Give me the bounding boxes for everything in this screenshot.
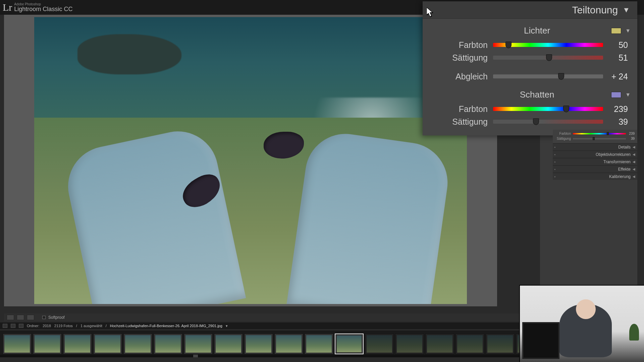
shadows-hue-slider[interactable] [493,107,603,111]
chevron-left-icon: ◀ [633,153,635,156]
shadows-sat-slider[interactable] [493,120,603,124]
filmstrip-thumbnail[interactable] [455,334,484,354]
mini-hue-label: Farbton [553,132,573,135]
chevron-left-icon: ◀ [633,167,635,171]
chevron-left-icon: ◀ [633,160,635,164]
current-filename: Hochzeit-Ludwigshafen-Full-Benkesser-26.… [110,324,222,328]
filmstrip-thumbnail[interactable] [93,334,122,354]
filmstrip-thumbnail[interactable] [123,334,152,354]
filmstrip-thumbnail[interactable] [305,334,333,354]
collapsed-panel-kalibrierung[interactable]: ▪Kalibrierung◀ [553,173,637,180]
shadows-header: Schatten ▼ [423,87,631,103]
chevron-left-icon: ◀ [633,145,635,149]
highlights-header: Lichter ▼ [423,23,631,39]
view-mode-button-2[interactable] [17,315,24,320]
balance-row: Abgleich + 24 [423,70,631,83]
secondary-display-icon[interactable] [11,324,15,328]
main-photo [34,17,467,304]
filmstrip-thumbnail[interactable] [63,334,92,354]
folder-year: 2018 [43,324,51,328]
selected-count: 1 ausgewählt [80,324,102,328]
filmstrip-thumbnail[interactable] [486,334,515,354]
grid-icon[interactable] [3,324,7,328]
photo-count: 2119 Fotos [54,324,73,328]
panel-header[interactable]: Teiltonung ▼ [423,1,637,19]
collapsed-panel-objektivkorrekturen[interactable]: ▪Objektivkorrekturen◀ [553,150,637,158]
filmstrip-thumbnail[interactable] [154,334,182,354]
highlights-sat-slider[interactable] [493,56,603,60]
filmstrip-thumbnail[interactable] [365,334,394,354]
collapsed-panel-label: Effekte [555,167,633,172]
panel-collapse-icon[interactable]: ▼ [623,6,630,14]
highlights-hue-slider[interactable] [493,43,603,47]
shadows-sat-label: Sättigung [423,117,493,127]
mini-sat-slider[interactable] [573,138,626,139]
balance-slider[interactable] [493,74,603,78]
panel-title: Teiltonung [572,4,618,16]
view-mode-button-3[interactable] [27,315,34,320]
view-mode-button-1[interactable] [7,315,14,320]
collapsed-panel-label: Details [555,145,633,149]
filmstrip-thumbnail[interactable] [395,334,424,354]
softproof-label: Softproof [48,315,65,320]
filmstrip-thumbnail[interactable] [184,334,213,354]
highlights-sat-label: Sättigung [423,53,493,63]
mini-hue-value[interactable]: 239 [626,132,635,135]
collapsed-panel-label: Kalibrierung [555,174,633,179]
highlights-sat-value[interactable]: 51 [603,53,631,63]
app-logo: Lr [3,2,12,13]
collapsed-panel-label: Transformieren [555,160,633,164]
webcam-overlay [519,285,644,362]
highlights-hue-label: Farbton [423,40,493,50]
mouse-cursor-icon [427,7,434,17]
mini-sat-label: Sättigung [553,137,573,140]
highlights-swatch[interactable] [611,28,621,34]
nav-icon[interactable] [19,324,23,328]
filmstrip-thumbnail[interactable] [335,334,364,354]
highlights-hue-row: Farbton 50 [423,39,631,51]
preview-toolbar: Softproof [4,313,537,321]
shadows-hue-row: Farbton 239 [423,103,631,115]
filmstrip-thumbnail[interactable] [33,334,62,354]
balance-value[interactable]: + 24 [603,72,631,81]
highlights-hue-value[interactable]: 50 [603,40,631,50]
highlights-dropdown-icon[interactable]: ▼ [625,28,631,34]
filmstrip-thumbnail[interactable] [3,334,32,354]
shadows-swatch[interactable] [611,92,621,98]
highlights-title: Lichter [423,25,611,36]
collapsed-panel-effekte[interactable]: ▪Effekte◀ [553,165,637,173]
shadows-hue-value[interactable]: 239 [603,104,631,114]
balance-label: Abgleich [423,72,493,81]
right-sidebar: Farbton 239 Sättigung 39 ▪Details◀▪Objek… [553,130,637,180]
collapsed-panel-label: Objektivkorrekturen [555,152,633,157]
filmstrip-thumbnail[interactable] [214,334,243,354]
shadows-title: Schatten [423,89,611,100]
split-toning-panel: Teiltonung ▼ Lichter ▼ Farbton 50 Sättig… [423,1,637,135]
mini-sat-row: Sättigung 39 [553,136,635,141]
filmstrip-thumbnail[interactable] [244,334,273,354]
collapsed-panel-transformieren[interactable]: ▪Transformieren◀ [553,158,637,165]
filmstrip-thumbnail[interactable] [425,334,454,354]
folder-label: Ordner: [27,324,39,328]
mini-hue-row: Farbton 239 [553,131,635,136]
mini-hue-slider[interactable] [573,133,626,134]
shadows-dropdown-icon[interactable]: ▼ [625,92,631,98]
filmstrip-thumbnail[interactable] [274,334,303,354]
shadows-hue-label: Farbton [423,104,493,114]
mini-sat-value[interactable]: 39 [626,137,635,140]
highlights-sat-row: Sättigung 51 [423,51,631,64]
softproof-checkbox[interactable] [42,316,46,319]
app-vendor: Adobe Photoshop [14,2,72,6]
collapsed-panel-details[interactable]: ▪Details◀ [553,143,637,150]
shadows-sat-value[interactable]: 39 [603,117,631,127]
app-name: Lightroom Classic CC [14,6,72,13]
chevron-left-icon: ◀ [633,175,635,178]
shadows-sat-row: Sättigung 39 [423,115,631,128]
